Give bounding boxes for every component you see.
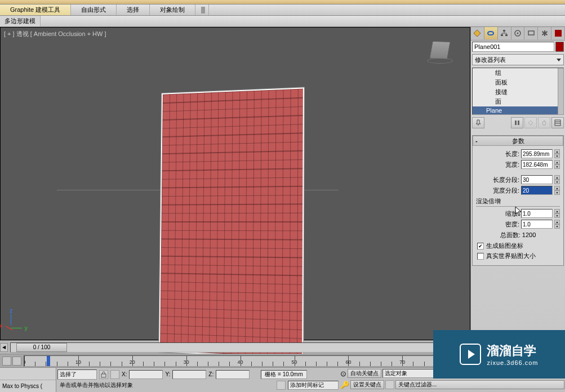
make-unique-button[interactable] <box>524 117 537 128</box>
density-label: 密度: <box>505 220 519 229</box>
prompt-text: 单击或单击并拖动以选择对象 <box>57 381 133 389</box>
modifier-list-dropdown[interactable]: 修改器列表 <box>472 54 564 65</box>
selection-lock-icon[interactable] <box>99 370 108 379</box>
chevron-down-icon <box>557 59 561 61</box>
auto-key-button[interactable]: 自动关键点 <box>348 369 381 378</box>
width-segs-label: 宽度分段: <box>493 186 519 195</box>
width-label: 宽度: <box>505 161 519 169</box>
real-world-map-label: 真实世界贴图大小 <box>486 252 536 260</box>
tab-hierarchy-icon[interactable] <box>498 27 511 39</box>
length-segs-label: 长度分段: <box>493 176 519 184</box>
stack-toolbar <box>471 116 565 130</box>
stack-scrollbar[interactable] <box>558 68 563 114</box>
rollout-header-parameters[interactable]: - 参数 <box>473 136 563 146</box>
density-spinner[interactable]: ▲▼ <box>554 220 560 229</box>
watermark-play-icon <box>460 344 481 365</box>
parameters-rollout: - 参数 长度: ▲▼ 宽度: ▲▼ 长度分段: ▲▼ <box>472 135 564 266</box>
length-spinner[interactable]: ▲▼ <box>554 149 560 158</box>
x-coord-input[interactable] <box>129 370 163 379</box>
width-spinner[interactable]: ▲▼ <box>554 160 560 169</box>
scene-object-plane[interactable] <box>159 87 304 358</box>
key-filters-button[interactable]: 关键点过滤器... <box>395 380 564 389</box>
svg-rect-11 <box>101 374 106 377</box>
menu-object-paint[interactable]: 对象绘制 <box>150 5 195 15</box>
time-prev-button[interactable]: ◀ <box>0 343 8 352</box>
tab-utilities-icon[interactable] <box>538 27 551 39</box>
stack-item-seam[interactable]: 接缝 <box>473 87 563 97</box>
menu-selection[interactable]: 选择 <box>117 5 150 15</box>
width-segs-input[interactable] <box>521 186 553 195</box>
key-filters-icon[interactable] <box>385 380 394 389</box>
svg-rect-5 <box>528 31 534 35</box>
time-tag-icon[interactable] <box>277 381 286 390</box>
gen-map-coords-checkbox[interactable]: ✔ <box>477 243 484 250</box>
viewcube[interactable] <box>427 38 453 64</box>
tab-display-icon[interactable] <box>524 27 538 39</box>
menu-dropdown-icon[interactable] <box>195 5 209 15</box>
svg-rect-8 <box>555 120 560 126</box>
isolate-icon[interactable] <box>110 370 119 379</box>
maxscript-output[interactable]: Max to Physcs ( <box>0 380 56 393</box>
time-slider-handle[interactable]: 0 / 100 <box>16 343 67 352</box>
stack-item-panel[interactable]: 面板 <box>473 78 563 87</box>
scale-input[interactable] <box>521 209 553 218</box>
density-input[interactable] <box>521 220 553 229</box>
z-label: Z: <box>208 371 213 377</box>
maxscript-mini-listener[interactable] <box>0 368 56 380</box>
ribbon-submenubar: 多边形建模 <box>0 16 565 27</box>
object-name-input[interactable] <box>472 42 554 52</box>
submenu-polygon-modeling[interactable]: 多边形建模 <box>0 16 41 26</box>
stack-item-group[interactable]: 组 <box>473 68 563 78</box>
scale-spinner[interactable]: ▲▼ <box>554 209 560 218</box>
configure-sets-button[interactable] <box>551 117 564 128</box>
viewport-perspective[interactable]: [ + ] 透视 [ Ambient Occlusion + HW ] <box>0 27 470 340</box>
y-coord-input[interactable] <box>172 370 206 379</box>
render-mult-header: 渲染倍增 <box>476 197 560 207</box>
stack-item-face[interactable]: 面 <box>473 97 563 106</box>
track-filter-icon[interactable] <box>12 357 21 366</box>
stack-item-plane[interactable]: Plane <box>473 106 563 114</box>
modifier-stack[interactable]: 组 面板 接缝 面 Plane <box>472 68 564 115</box>
z-coord-input[interactable] <box>216 370 250 379</box>
remove-modifier-button[interactable] <box>538 117 550 128</box>
svg-rect-2 <box>505 34 508 36</box>
color-swatch-corner[interactable] <box>551 27 565 39</box>
watermark: 溜溜自学 zixue.3d66.com <box>433 330 565 378</box>
width-segs-spinner[interactable]: ▲▼ <box>554 186 560 195</box>
length-input[interactable] <box>521 149 553 158</box>
real-world-map-checkbox[interactable] <box>477 253 484 260</box>
tab-create-icon[interactable] <box>471 27 484 39</box>
y-label: Y: <box>165 371 170 377</box>
object-color-swatch[interactable] <box>555 42 564 52</box>
track-time-marker[interactable] <box>47 356 50 366</box>
lock-ui-icon[interactable]: ⊙ <box>340 369 346 378</box>
menu-graphite-tools[interactable]: Graphite 建模工具 <box>0 5 71 15</box>
x-label: X: <box>122 371 127 377</box>
command-panel-tabs <box>471 27 565 41</box>
svg-rect-0 <box>503 30 505 32</box>
length-label: 长度: <box>505 150 519 158</box>
length-segs-spinner[interactable]: ▲▼ <box>554 175 560 184</box>
axis-gizmo <box>8 314 25 331</box>
viewport-label[interactable]: [ + ] 透视 [ Ambient Occlusion + HW ] <box>4 30 106 38</box>
total-faces-label: 总面数: 1200 <box>476 231 560 239</box>
svg-rect-6 <box>515 121 517 125</box>
watermark-title: 溜溜自学 <box>487 342 538 359</box>
track-curve-editor-icon[interactable] <box>2 357 11 366</box>
pin-stack-button[interactable] <box>472 117 484 128</box>
command-panel: 修改器列表 组 面板 接缝 面 Plane - 参数 <box>470 27 565 340</box>
tab-modify-icon[interactable] <box>484 27 498 39</box>
menu-freeform[interactable]: 自由形式 <box>71 5 117 15</box>
tab-motion-icon[interactable] <box>511 27 525 39</box>
show-end-result-button[interactable] <box>511 117 523 128</box>
svg-rect-7 <box>518 121 519 125</box>
svg-point-4 <box>517 33 519 34</box>
key-icon[interactable]: 🔑 <box>340 381 349 389</box>
scale-label: 缩放: <box>505 210 519 218</box>
length-segs-input[interactable] <box>521 175 553 184</box>
set-key-button[interactable]: 设置关键点 <box>350 380 384 389</box>
add-time-tag-input[interactable]: 添加时间标记 <box>288 381 339 390</box>
ribbon-menubar[interactable]: Graphite 建模工具 自由形式 选择 对象绘制 <box>0 5 565 16</box>
width-input[interactable] <box>521 160 553 169</box>
gen-map-coords-label: 生成贴图坐标 <box>486 242 523 250</box>
